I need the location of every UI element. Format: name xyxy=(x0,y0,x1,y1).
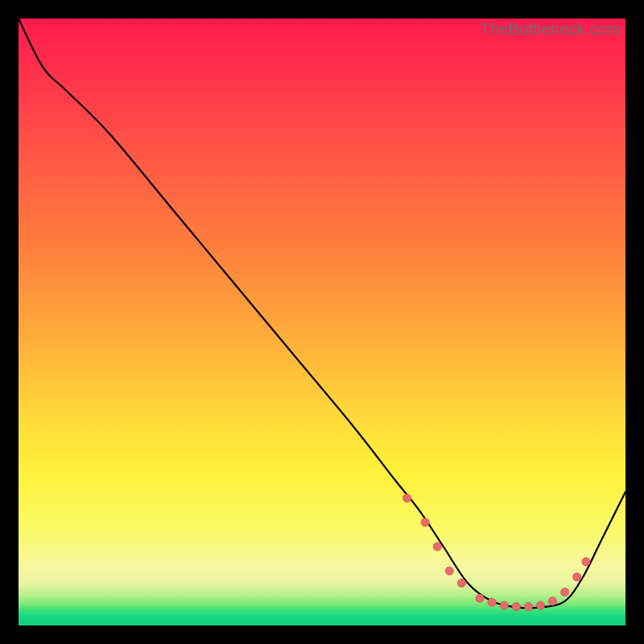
chart-curve xyxy=(19,19,625,608)
chart-marker xyxy=(433,543,441,551)
chart-marker xyxy=(548,597,556,605)
chart-marker xyxy=(524,602,532,610)
chart-marker xyxy=(536,601,544,609)
chart-marker xyxy=(457,579,465,587)
chart-marker xyxy=(560,588,568,596)
chart-marker xyxy=(573,573,581,581)
chart-marker xyxy=(512,602,520,610)
chart-marker xyxy=(445,567,453,575)
chart-plot-area: TheBottleneck.com xyxy=(19,19,625,625)
chart-marker xyxy=(500,601,508,609)
chart-marker xyxy=(582,558,590,566)
chart-marker xyxy=(476,594,484,602)
chart-stage: TheBottleneck.com xyxy=(0,0,644,644)
chart-overlay xyxy=(19,19,625,625)
chart-marker xyxy=(488,598,496,606)
chart-marker xyxy=(421,518,429,526)
chart-marker xyxy=(402,494,411,502)
chart-markers xyxy=(402,494,590,611)
